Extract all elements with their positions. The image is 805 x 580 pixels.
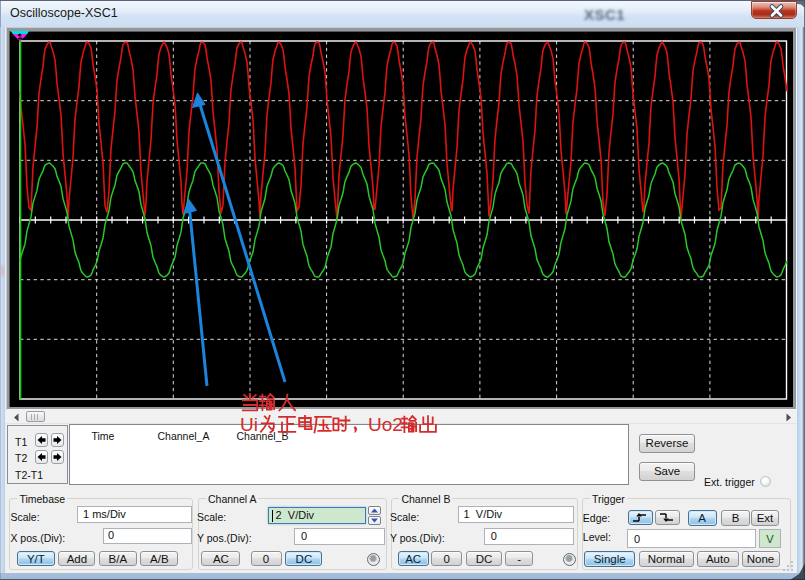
svg-text:Ui: Ui <box>240 414 258 435</box>
svg-text:Uo2: Uo2 <box>368 414 403 435</box>
